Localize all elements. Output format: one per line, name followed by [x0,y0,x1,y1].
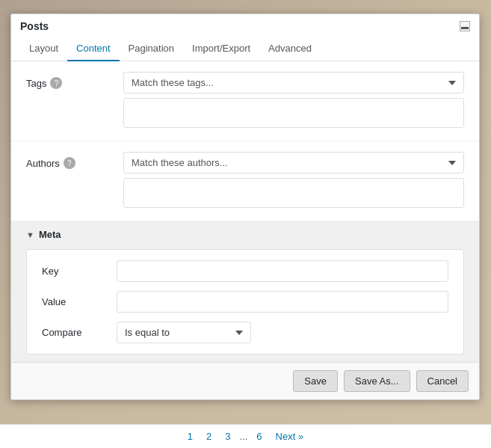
tab-content[interactable]: Content [67,37,120,61]
meta-form: Key Value Compare [26,249,464,355]
meta-value-input[interactable] [117,291,448,313]
panel-title: Posts [20,20,49,32]
meta-compare-select[interactable]: Is equal to Is not equal to Contains Doe… [117,322,251,343]
tab-pagination[interactable]: Pagination [120,37,183,61]
save-as-button[interactable]: Save As... [344,370,410,392]
authors-help-icon[interactable]: ? [64,157,75,169]
panel-header: Posts ▬ [11,14,479,32]
page-3[interactable]: 3 [220,429,235,444]
meta-compare-label: Compare [42,327,117,338]
tags-help-icon[interactable]: ? [50,77,62,89]
authors-select[interactable]: Match these authors... [123,152,464,174]
meta-key-row: Key [42,260,448,282]
tags-row: Tags ? Match these tags... [26,72,464,130]
meta-value-row: Value [42,291,448,313]
meta-chevron-icon: ▼ [26,230,34,239]
meta-header-label: Meta [39,229,61,240]
tabs-bar: Layout Content Pagination Import/Export … [11,37,479,61]
tags-select[interactable]: Match these tags... [123,72,464,93]
tags-control: Match these tags... [123,72,464,130]
meta-section: ▼ Meta Key Value [11,221,479,362]
pagination-bar: 1 2 3 ... 6 Next » [0,424,491,448]
minimize-icon[interactable]: ▬ [460,21,470,31]
panel-footer: Save Save As... Cancel [11,362,479,399]
authors-label-text: Authors [26,158,60,169]
page-6[interactable]: 6 [252,429,266,444]
tags-textarea[interactable] [123,98,464,128]
meta-header[interactable]: ▼ Meta [26,229,464,240]
tags-label: Tags ? [26,72,123,89]
meta-value-label: Value [42,296,117,307]
tab-import-export[interactable]: Import/Export [183,37,259,61]
authors-control: Match these authors... [123,152,464,210]
panel-body: Tags ? Match these tags... Authors ? [11,61,479,362]
meta-compare-row: Compare Is equal to Is not equal to Cont… [42,322,448,343]
meta-compare-control: Is equal to Is not equal to Contains Doe… [117,322,448,343]
meta-key-input[interactable] [117,260,448,282]
cancel-button[interactable]: Cancel [416,370,469,392]
tab-advanced[interactable]: Advanced [259,37,321,61]
authors-row: Authors ? Match these authors... [26,152,464,210]
meta-value-control [117,291,448,313]
page-ellipsis: ... [240,431,248,442]
tags-label-text: Tags [26,78,46,89]
save-button[interactable]: Save [293,370,338,392]
authors-section: Authors ? Match these authors... [11,141,479,221]
page-1[interactable]: 1 [183,429,197,444]
meta-key-control [117,260,448,282]
page-2[interactable]: 2 [202,429,216,444]
meta-key-label: Key [42,266,117,277]
page-next[interactable]: Next » [271,429,309,444]
authors-label: Authors ? [26,152,123,169]
authors-textarea[interactable] [123,178,464,208]
tab-layout[interactable]: Layout [20,37,67,61]
tags-section: Tags ? Match these tags... [11,61,479,141]
posts-panel: Posts ▬ Layout Content Pagination Import… [10,13,480,400]
